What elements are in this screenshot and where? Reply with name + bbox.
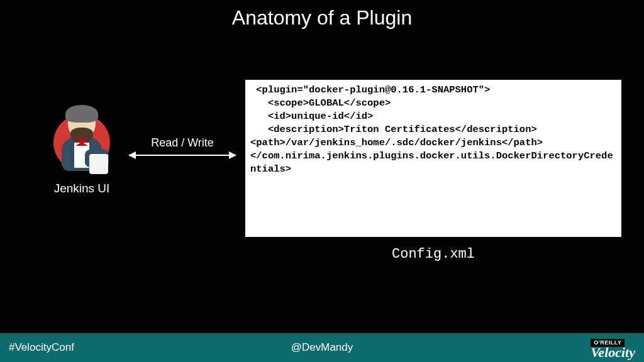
footer-hashtag: #VelocityConf: [9, 341, 218, 354]
slide-content: Jenkins UI Read / Write <plugin="docker-…: [0, 30, 644, 319]
jenkins-section: Jenkins UI: [41, 105, 123, 195]
footer-bar: #VelocityConf @DevMandy O'REILLY Velocit…: [0, 333, 644, 362]
arrow-label: Read / Write: [129, 136, 236, 150]
config-xml-caption: Config.xml: [245, 246, 621, 262]
jenkins-label: Jenkins UI: [41, 182, 123, 195]
slide-title: Anatomy of a Plugin: [0, 0, 644, 30]
arrow-section: Read / Write: [129, 136, 236, 156]
config-xml-code: <plugin="docker-plugin@0.16.1-SNAPSHOT">…: [245, 80, 621, 237]
footer-logo: O'REILLY Velocity: [426, 336, 635, 360]
jenkins-logo-icon: [50, 105, 113, 174]
footer-handle: @DevMandy: [218, 341, 426, 354]
velocity-brand: Velocity: [591, 346, 635, 359]
double-arrow-icon: [129, 155, 236, 156]
